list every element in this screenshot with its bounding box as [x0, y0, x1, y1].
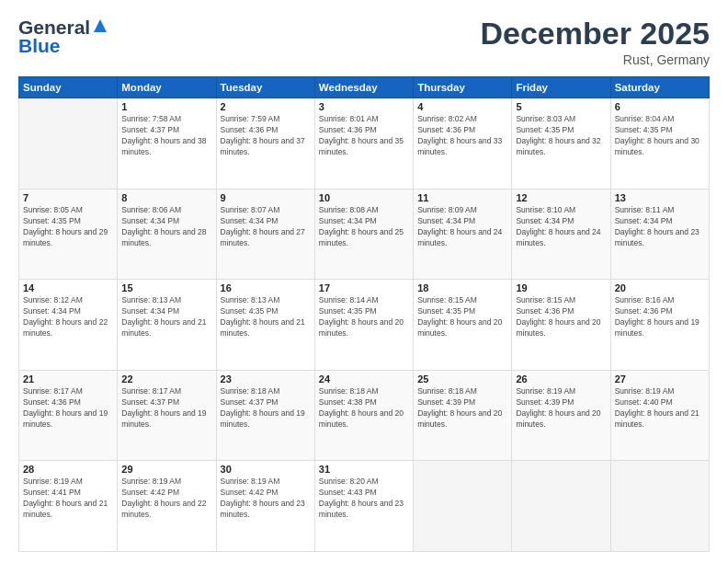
table-row: 4Sunrise: 8:02 AMSunset: 4:36 PMDaylight…	[414, 98, 512, 190]
logo: General Blue	[18, 17, 108, 57]
day-number: 18	[417, 282, 507, 293]
day-number: 30	[221, 464, 311, 475]
day-info: Sunrise: 8:19 AMSunset: 4:41 PMDaylight:…	[23, 477, 113, 521]
table-row: 20Sunrise: 8:16 AMSunset: 4:36 PMDayligh…	[610, 280, 709, 371]
day-number: 8	[121, 192, 211, 203]
day-info: Sunrise: 8:03 AMSunset: 4:35 PMDaylight:…	[516, 114, 606, 158]
col-wednesday: Wednesday	[314, 77, 413, 98]
day-info: Sunrise: 8:13 AMSunset: 4:35 PMDaylight:…	[221, 295, 311, 339]
day-info: Sunrise: 8:06 AMSunset: 4:34 PMDaylight:…	[121, 205, 211, 249]
day-number: 1	[121, 101, 211, 112]
day-number: 13	[615, 192, 705, 203]
table-row: 12Sunrise: 8:10 AMSunset: 4:34 PMDayligh…	[512, 189, 610, 280]
calendar-week-row: 7Sunrise: 8:05 AMSunset: 4:35 PMDaylight…	[19, 189, 710, 280]
day-number: 20	[615, 282, 705, 293]
day-number: 26	[516, 373, 606, 385]
table-row: 17Sunrise: 8:14 AMSunset: 4:35 PMDayligh…	[314, 280, 413, 371]
day-info: Sunrise: 8:19 AMSunset: 4:40 PMDaylight:…	[615, 386, 705, 431]
table-row	[414, 461, 512, 552]
table-row: 16Sunrise: 8:13 AMSunset: 4:35 PMDayligh…	[216, 280, 314, 371]
calendar-week-row: 28Sunrise: 8:19 AMSunset: 4:41 PMDayligh…	[19, 461, 710, 552]
day-number: 5	[516, 101, 606, 112]
day-info: Sunrise: 8:04 AMSunset: 4:35 PMDaylight:…	[615, 114, 705, 158]
day-info: Sunrise: 8:19 AMSunset: 4:39 PMDaylight:…	[516, 386, 606, 431]
col-saturday: Saturday	[610, 77, 709, 98]
col-sunday: Sunday	[19, 77, 118, 98]
day-number: 16	[221, 282, 311, 293]
table-row: 29Sunrise: 8:19 AMSunset: 4:42 PMDayligh…	[118, 461, 216, 552]
calendar-week-row: 21Sunrise: 8:17 AMSunset: 4:36 PMDayligh…	[19, 370, 710, 461]
table-row: 10Sunrise: 8:08 AMSunset: 4:34 PMDayligh…	[314, 189, 413, 280]
table-row: 3Sunrise: 8:01 AMSunset: 4:36 PMDaylight…	[314, 98, 413, 190]
table-row: 1Sunrise: 7:58 AMSunset: 4:37 PMDaylight…	[118, 98, 216, 190]
day-info: Sunrise: 8:14 AMSunset: 4:35 PMDaylight:…	[319, 295, 409, 339]
table-row: 11Sunrise: 8:09 AMSunset: 4:34 PMDayligh…	[414, 189, 512, 280]
location: Rust, Germany	[480, 52, 710, 67]
day-info: Sunrise: 8:10 AMSunset: 4:34 PMDaylight:…	[516, 205, 606, 249]
table-row: 25Sunrise: 8:18 AMSunset: 4:39 PMDayligh…	[414, 370, 512, 461]
table-row: 9Sunrise: 8:07 AMSunset: 4:34 PMDaylight…	[216, 189, 314, 280]
table-row: 19Sunrise: 8:15 AMSunset: 4:36 PMDayligh…	[512, 280, 610, 371]
day-info: Sunrise: 8:18 AMSunset: 4:38 PMDaylight:…	[319, 386, 409, 431]
table-row	[512, 461, 610, 552]
day-info: Sunrise: 8:15 AMSunset: 4:35 PMDaylight:…	[417, 295, 507, 339]
day-info: Sunrise: 8:07 AMSunset: 4:34 PMDaylight:…	[221, 205, 311, 249]
day-number: 7	[23, 192, 113, 203]
logo-blue: Blue	[18, 35, 61, 57]
day-info: Sunrise: 8:12 AMSunset: 4:34 PMDaylight:…	[23, 295, 113, 339]
table-row: 31Sunrise: 8:20 AMSunset: 4:43 PMDayligh…	[314, 461, 413, 552]
day-info: Sunrise: 8:09 AMSunset: 4:34 PMDaylight:…	[417, 205, 507, 249]
day-info: Sunrise: 8:05 AMSunset: 4:35 PMDaylight:…	[23, 205, 113, 249]
table-row: 5Sunrise: 8:03 AMSunset: 4:35 PMDaylight…	[512, 98, 610, 190]
table-row: 21Sunrise: 8:17 AMSunset: 4:36 PMDayligh…	[19, 370, 118, 461]
table-row	[610, 461, 709, 552]
day-info: Sunrise: 8:08 AMSunset: 4:34 PMDaylight:…	[319, 205, 409, 249]
day-info: Sunrise: 8:17 AMSunset: 4:37 PMDaylight:…	[121, 386, 211, 431]
day-info: Sunrise: 8:01 AMSunset: 4:36 PMDaylight:…	[319, 114, 409, 158]
table-row: 28Sunrise: 8:19 AMSunset: 4:41 PMDayligh…	[19, 461, 118, 552]
day-number: 2	[221, 101, 311, 112]
day-number: 31	[319, 464, 409, 475]
day-number: 21	[23, 373, 113, 385]
day-number: 28	[23, 464, 113, 475]
table-row: 27Sunrise: 8:19 AMSunset: 4:40 PMDayligh…	[610, 370, 709, 461]
table-row: 30Sunrise: 8:19 AMSunset: 4:42 PMDayligh…	[216, 461, 314, 552]
day-info: Sunrise: 8:17 AMSunset: 4:36 PMDaylight:…	[23, 386, 113, 431]
calendar-header-row: Sunday Monday Tuesday Wednesday Thursday…	[19, 77, 710, 98]
day-info: Sunrise: 8:19 AMSunset: 4:42 PMDaylight:…	[121, 477, 211, 521]
page: General Blue December 2025 Rust, Germany…	[0, 0, 728, 563]
day-number: 23	[221, 373, 311, 385]
calendar-week-row: 1Sunrise: 7:58 AMSunset: 4:37 PMDaylight…	[19, 98, 710, 190]
logo-icon	[92, 17, 108, 34]
day-number: 3	[319, 101, 409, 112]
day-number: 29	[121, 464, 211, 475]
day-info: Sunrise: 8:19 AMSunset: 4:42 PMDaylight:…	[221, 477, 311, 521]
day-info: Sunrise: 8:20 AMSunset: 4:43 PMDaylight:…	[319, 477, 409, 521]
day-number: 19	[516, 282, 606, 293]
day-number: 14	[23, 282, 113, 293]
table-row: 8Sunrise: 8:06 AMSunset: 4:34 PMDaylight…	[118, 189, 216, 280]
table-row: 18Sunrise: 8:15 AMSunset: 4:35 PMDayligh…	[414, 280, 512, 371]
table-row: 2Sunrise: 7:59 AMSunset: 4:36 PMDaylight…	[216, 98, 314, 190]
day-number: 4	[417, 101, 507, 112]
col-monday: Monday	[118, 77, 216, 98]
title-block: December 2025 Rust, Germany	[480, 17, 710, 67]
table-row: 7Sunrise: 8:05 AMSunset: 4:35 PMDaylight…	[19, 189, 118, 280]
day-number: 25	[417, 373, 507, 385]
col-tuesday: Tuesday	[216, 77, 314, 98]
table-row: 22Sunrise: 8:17 AMSunset: 4:37 PMDayligh…	[118, 370, 216, 461]
table-row: 14Sunrise: 8:12 AMSunset: 4:34 PMDayligh…	[19, 280, 118, 371]
table-row: 26Sunrise: 8:19 AMSunset: 4:39 PMDayligh…	[512, 370, 610, 461]
day-info: Sunrise: 8:18 AMSunset: 4:37 PMDaylight:…	[221, 386, 311, 431]
table-row: 13Sunrise: 8:11 AMSunset: 4:34 PMDayligh…	[610, 189, 709, 280]
day-info: Sunrise: 8:11 AMSunset: 4:34 PMDaylight:…	[615, 205, 705, 249]
day-number: 9	[221, 192, 311, 203]
table-row: 15Sunrise: 8:13 AMSunset: 4:34 PMDayligh…	[118, 280, 216, 371]
day-number: 12	[516, 192, 606, 203]
day-info: Sunrise: 8:18 AMSunset: 4:39 PMDaylight:…	[417, 386, 507, 431]
calendar-table: Sunday Monday Tuesday Wednesday Thursday…	[18, 76, 710, 552]
day-info: Sunrise: 8:02 AMSunset: 4:36 PMDaylight:…	[417, 114, 507, 158]
day-info: Sunrise: 7:58 AMSunset: 4:37 PMDaylight:…	[121, 114, 211, 158]
day-info: Sunrise: 8:16 AMSunset: 4:36 PMDaylight:…	[615, 295, 705, 339]
table-row	[19, 98, 118, 190]
